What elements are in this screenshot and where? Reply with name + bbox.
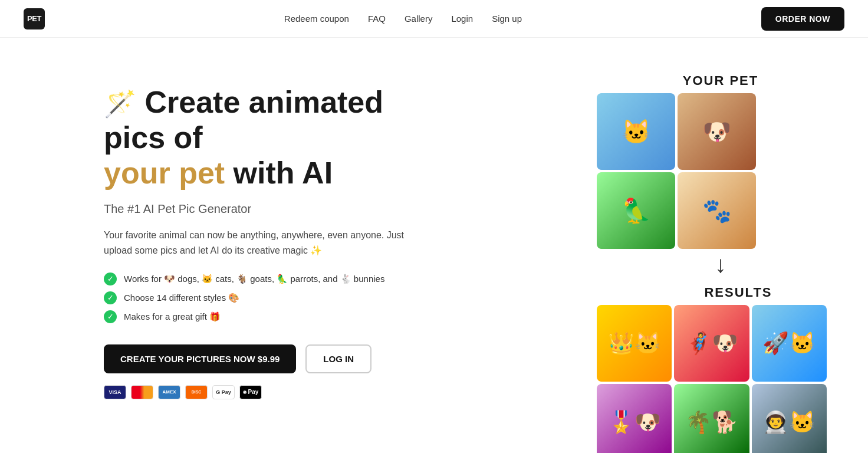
cta-buttons: CREATE YOUR PICTURES NOW $9.99 LOG IN (104, 344, 422, 373)
results-label: RESULTS (632, 285, 844, 300)
result-photo-4: 🎖️🐶 (597, 384, 672, 453)
arrow-down-icon: ↓ (597, 251, 844, 278)
pet-photos-grid: 🐱 🐶 🦜 🐾 (597, 93, 756, 249)
logo-icon: PET (24, 8, 45, 29)
check-icon-3: ✓ (104, 310, 117, 323)
pet-photo-2: 🐶 (678, 93, 756, 170)
result-photo-5: 🌴🐕 (674, 384, 749, 453)
pet-photo-1: 🐱 (597, 93, 675, 170)
hero-title-highlight: your pet (104, 156, 225, 190)
feature-item-dogs: ✓ Works for 🐶 dogs, 🐱 cats, 🐐 goats, 🦜 p… (104, 273, 422, 285)
result-photo-3: 🚀🐱 (752, 305, 827, 382)
nav-gallery[interactable]: Gallery (405, 14, 433, 24)
mastercard-badge (131, 385, 153, 399)
result-photo-1: 👑🐱 (597, 305, 672, 382)
gpay-badge: G Pay (212, 385, 235, 399)
applepay-badge: ⎈ Pay (239, 385, 262, 399)
result-photo-2: 🦸🐶 (674, 305, 749, 382)
hero-collage: YOUR PET 🐱 🐶 🦜 🐾 ↓ RESULTS (550, 73, 844, 453)
payment-icons: VISA AMEX DISC G Pay ⎈ Pay (104, 385, 422, 399)
pet-photo-4: 🐾 (678, 172, 756, 249)
feature-text-2: Choose 14 different styles 🎨 (124, 293, 239, 303)
hero-title-part2: with AI (234, 156, 333, 190)
wand-emoji: 🪄 (104, 89, 136, 118)
pet-photo-3: 🦜 (597, 172, 675, 249)
nav-faq[interactable]: FAQ (368, 14, 386, 24)
order-now-button[interactable]: ORDER NOW (761, 7, 844, 31)
nav-links: Redeem coupon FAQ Gallery Login Sign up (284, 14, 522, 24)
feature-list: ✓ Works for 🐶 dogs, 🐱 cats, 🐐 goats, 🦜 p… (104, 273, 422, 323)
hero-description: Your favorite animal can now be anything… (104, 228, 422, 258)
amex-badge: AMEX (158, 385, 180, 399)
navbar: PET Redeem coupon FAQ Gallery Login Sign… (0, 0, 868, 38)
hero-subtitle: The #1 AI Pet Pic Generator (104, 202, 422, 216)
results-photos-grid: 👑🐱 🦸🐶 🚀🐱 🎖️🐶 🌴🐕 👨‍🚀🐱 (597, 305, 827, 453)
discover-badge: DISC (185, 385, 208, 399)
feature-item-styles: ✓ Choose 14 different styles 🎨 (104, 291, 422, 304)
create-pictures-button[interactable]: CREATE YOUR PICTURES NOW $9.99 (104, 344, 296, 373)
check-icon-2: ✓ (104, 291, 117, 304)
nav-login[interactable]: Login (451, 14, 473, 24)
hero-section: 🪄 Create animated pics of your pet with … (0, 38, 868, 453)
hero-title-part1: Create animated pics of (104, 85, 383, 155)
feature-item-gift: ✓ Makes for a great gift 🎁 (104, 310, 422, 323)
nav-redeem-coupon[interactable]: Redeem coupon (284, 14, 349, 24)
hero-content: 🪄 Create animated pics of your pet with … (104, 73, 422, 399)
log-in-button[interactable]: LOG IN (305, 344, 371, 373)
your-pet-label: YOUR PET (597, 73, 844, 88)
result-photo-6: 👨‍🚀🐱 (752, 384, 827, 453)
nav-signup[interactable]: Sign up (492, 14, 522, 24)
visa-badge: VISA (104, 385, 126, 399)
check-icon-1: ✓ (104, 273, 117, 285)
feature-text-3: Makes for a great gift 🎁 (124, 311, 221, 322)
hero-title: 🪄 Create animated pics of your pet with … (104, 85, 422, 191)
feature-text-1: Works for 🐶 dogs, 🐱 cats, 🐐 goats, 🦜 par… (124, 274, 384, 284)
logo[interactable]: PET (24, 8, 45, 29)
